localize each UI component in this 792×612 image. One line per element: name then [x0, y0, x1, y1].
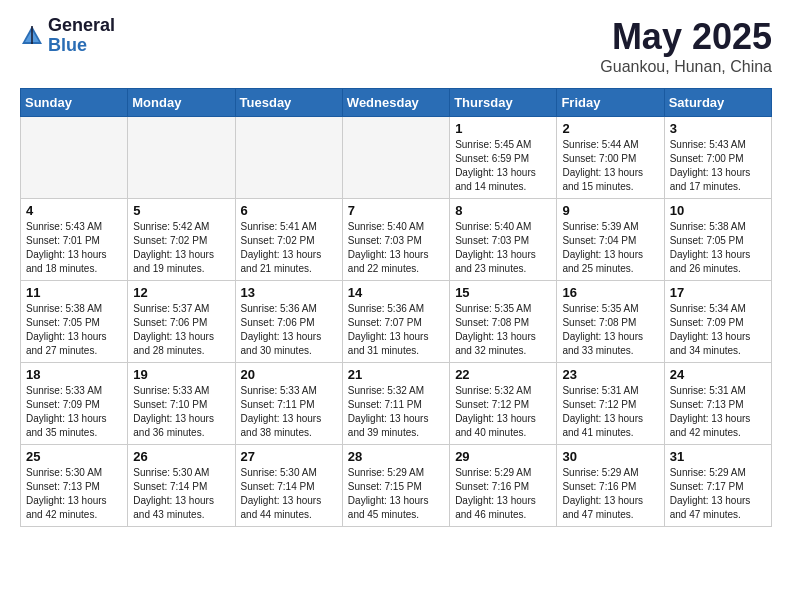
- th-saturday: Saturday: [664, 89, 771, 117]
- logo-general-text: General: [48, 16, 115, 36]
- day-info: Sunrise: 5:33 AM Sunset: 7:11 PM Dayligh…: [241, 384, 337, 440]
- day-number: 15: [455, 285, 551, 300]
- calendar-cell: 15Sunrise: 5:35 AM Sunset: 7:08 PM Dayli…: [450, 281, 557, 363]
- week-row-3: 11Sunrise: 5:38 AM Sunset: 7:05 PM Dayli…: [21, 281, 772, 363]
- calendar-cell: 30Sunrise: 5:29 AM Sunset: 7:16 PM Dayli…: [557, 445, 664, 527]
- th-tuesday: Tuesday: [235, 89, 342, 117]
- day-number: 25: [26, 449, 122, 464]
- calendar-cell: 18Sunrise: 5:33 AM Sunset: 7:09 PM Dayli…: [21, 363, 128, 445]
- day-info: Sunrise: 5:44 AM Sunset: 7:00 PM Dayligh…: [562, 138, 658, 194]
- day-info: Sunrise: 5:33 AM Sunset: 7:09 PM Dayligh…: [26, 384, 122, 440]
- th-monday: Monday: [128, 89, 235, 117]
- day-number: 22: [455, 367, 551, 382]
- calendar-cell: 20Sunrise: 5:33 AM Sunset: 7:11 PM Dayli…: [235, 363, 342, 445]
- calendar-cell: 3Sunrise: 5:43 AM Sunset: 7:00 PM Daylig…: [664, 117, 771, 199]
- calendar-table: Sunday Monday Tuesday Wednesday Thursday…: [20, 88, 772, 527]
- day-number: 29: [455, 449, 551, 464]
- day-info: Sunrise: 5:43 AM Sunset: 7:01 PM Dayligh…: [26, 220, 122, 276]
- day-info: Sunrise: 5:29 AM Sunset: 7:16 PM Dayligh…: [562, 466, 658, 522]
- calendar-cell: 4Sunrise: 5:43 AM Sunset: 7:01 PM Daylig…: [21, 199, 128, 281]
- logo-text: General Blue: [48, 16, 115, 56]
- day-info: Sunrise: 5:35 AM Sunset: 7:08 PM Dayligh…: [455, 302, 551, 358]
- day-info: Sunrise: 5:38 AM Sunset: 7:05 PM Dayligh…: [26, 302, 122, 358]
- calendar-cell: 25Sunrise: 5:30 AM Sunset: 7:13 PM Dayli…: [21, 445, 128, 527]
- day-info: Sunrise: 5:33 AM Sunset: 7:10 PM Dayligh…: [133, 384, 229, 440]
- day-number: 12: [133, 285, 229, 300]
- day-number: 20: [241, 367, 337, 382]
- title-section: May 2025 Guankou, Hunan, China: [600, 16, 772, 76]
- header-row: Sunday Monday Tuesday Wednesday Thursday…: [21, 89, 772, 117]
- week-row-4: 18Sunrise: 5:33 AM Sunset: 7:09 PM Dayli…: [21, 363, 772, 445]
- calendar-cell: 17Sunrise: 5:34 AM Sunset: 7:09 PM Dayli…: [664, 281, 771, 363]
- calendar-cell: 16Sunrise: 5:35 AM Sunset: 7:08 PM Dayli…: [557, 281, 664, 363]
- week-row-1: 1Sunrise: 5:45 AM Sunset: 6:59 PM Daylig…: [21, 117, 772, 199]
- day-info: Sunrise: 5:43 AM Sunset: 7:00 PM Dayligh…: [670, 138, 766, 194]
- day-number: 19: [133, 367, 229, 382]
- calendar-cell: 27Sunrise: 5:30 AM Sunset: 7:14 PM Dayli…: [235, 445, 342, 527]
- day-number: 6: [241, 203, 337, 218]
- week-row-2: 4Sunrise: 5:43 AM Sunset: 7:01 PM Daylig…: [21, 199, 772, 281]
- page: General Blue May 2025 Guankou, Hunan, Ch…: [0, 0, 792, 543]
- day-info: Sunrise: 5:36 AM Sunset: 7:07 PM Dayligh…: [348, 302, 444, 358]
- day-info: Sunrise: 5:45 AM Sunset: 6:59 PM Dayligh…: [455, 138, 551, 194]
- day-number: 17: [670, 285, 766, 300]
- calendar-cell: 2Sunrise: 5:44 AM Sunset: 7:00 PM Daylig…: [557, 117, 664, 199]
- day-number: 2: [562, 121, 658, 136]
- calendar-cell: 6Sunrise: 5:41 AM Sunset: 7:02 PM Daylig…: [235, 199, 342, 281]
- day-number: 14: [348, 285, 444, 300]
- calendar-title: May 2025: [600, 16, 772, 58]
- logo-blue-text: Blue: [48, 36, 115, 56]
- calendar-cell: 12Sunrise: 5:37 AM Sunset: 7:06 PM Dayli…: [128, 281, 235, 363]
- day-info: Sunrise: 5:40 AM Sunset: 7:03 PM Dayligh…: [348, 220, 444, 276]
- th-thursday: Thursday: [450, 89, 557, 117]
- calendar-cell: 1Sunrise: 5:45 AM Sunset: 6:59 PM Daylig…: [450, 117, 557, 199]
- day-info: Sunrise: 5:29 AM Sunset: 7:16 PM Dayligh…: [455, 466, 551, 522]
- day-number: 23: [562, 367, 658, 382]
- calendar-cell: 19Sunrise: 5:33 AM Sunset: 7:10 PM Dayli…: [128, 363, 235, 445]
- day-number: 30: [562, 449, 658, 464]
- logo: General Blue: [20, 16, 115, 56]
- day-number: 1: [455, 121, 551, 136]
- calendar-cell: 28Sunrise: 5:29 AM Sunset: 7:15 PM Dayli…: [342, 445, 449, 527]
- week-row-5: 25Sunrise: 5:30 AM Sunset: 7:13 PM Dayli…: [21, 445, 772, 527]
- day-info: Sunrise: 5:29 AM Sunset: 7:15 PM Dayligh…: [348, 466, 444, 522]
- day-info: Sunrise: 5:34 AM Sunset: 7:09 PM Dayligh…: [670, 302, 766, 358]
- th-wednesday: Wednesday: [342, 89, 449, 117]
- th-friday: Friday: [557, 89, 664, 117]
- calendar-cell: 14Sunrise: 5:36 AM Sunset: 7:07 PM Dayli…: [342, 281, 449, 363]
- calendar-cell: [21, 117, 128, 199]
- calendar-cell: 29Sunrise: 5:29 AM Sunset: 7:16 PM Dayli…: [450, 445, 557, 527]
- calendar-cell: [235, 117, 342, 199]
- day-info: Sunrise: 5:32 AM Sunset: 7:12 PM Dayligh…: [455, 384, 551, 440]
- calendar-cell: 13Sunrise: 5:36 AM Sunset: 7:06 PM Dayli…: [235, 281, 342, 363]
- day-info: Sunrise: 5:36 AM Sunset: 7:06 PM Dayligh…: [241, 302, 337, 358]
- calendar-cell: 23Sunrise: 5:31 AM Sunset: 7:12 PM Dayli…: [557, 363, 664, 445]
- calendar-cell: 24Sunrise: 5:31 AM Sunset: 7:13 PM Dayli…: [664, 363, 771, 445]
- day-info: Sunrise: 5:35 AM Sunset: 7:08 PM Dayligh…: [562, 302, 658, 358]
- day-info: Sunrise: 5:32 AM Sunset: 7:11 PM Dayligh…: [348, 384, 444, 440]
- calendar-subtitle: Guankou, Hunan, China: [600, 58, 772, 76]
- day-number: 7: [348, 203, 444, 218]
- day-info: Sunrise: 5:39 AM Sunset: 7:04 PM Dayligh…: [562, 220, 658, 276]
- day-number: 24: [670, 367, 766, 382]
- calendar-cell: 31Sunrise: 5:29 AM Sunset: 7:17 PM Dayli…: [664, 445, 771, 527]
- day-number: 9: [562, 203, 658, 218]
- calendar-cell: [128, 117, 235, 199]
- day-number: 28: [348, 449, 444, 464]
- logo-icon: [20, 24, 44, 48]
- day-number: 21: [348, 367, 444, 382]
- day-info: Sunrise: 5:40 AM Sunset: 7:03 PM Dayligh…: [455, 220, 551, 276]
- day-number: 11: [26, 285, 122, 300]
- day-number: 5: [133, 203, 229, 218]
- calendar-cell: [342, 117, 449, 199]
- day-info: Sunrise: 5:30 AM Sunset: 7:13 PM Dayligh…: [26, 466, 122, 522]
- day-info: Sunrise: 5:31 AM Sunset: 7:13 PM Dayligh…: [670, 384, 766, 440]
- day-number: 3: [670, 121, 766, 136]
- day-info: Sunrise: 5:41 AM Sunset: 7:02 PM Dayligh…: [241, 220, 337, 276]
- day-number: 16: [562, 285, 658, 300]
- calendar-cell: 5Sunrise: 5:42 AM Sunset: 7:02 PM Daylig…: [128, 199, 235, 281]
- calendar-cell: 10Sunrise: 5:38 AM Sunset: 7:05 PM Dayli…: [664, 199, 771, 281]
- calendar-cell: 22Sunrise: 5:32 AM Sunset: 7:12 PM Dayli…: [450, 363, 557, 445]
- calendar-cell: 8Sunrise: 5:40 AM Sunset: 7:03 PM Daylig…: [450, 199, 557, 281]
- day-info: Sunrise: 5:30 AM Sunset: 7:14 PM Dayligh…: [241, 466, 337, 522]
